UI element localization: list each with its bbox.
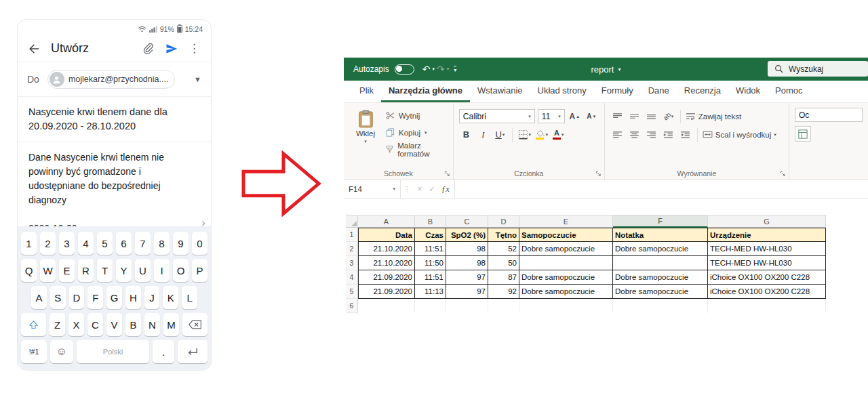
align-middle-button[interactable] [627, 109, 642, 123]
table-cell[interactable]: 87 [488, 270, 519, 285]
key[interactable]: T [97, 259, 113, 282]
table-cell[interactable] [613, 299, 708, 313]
align-bottom-button[interactable] [644, 109, 658, 123]
dialog-launcher-icon[interactable] [444, 171, 450, 177]
recipient-chip[interactable]: mojlekarz@przychodnia.... [47, 70, 175, 89]
wrap-text-label[interactable]: Zawijaj tekst [698, 112, 741, 121]
key[interactable]: G [106, 286, 122, 309]
key[interactable]: 2 [40, 232, 56, 255]
table-cell[interactable]: 52 [488, 242, 519, 256]
key[interactable]: 7 [135, 232, 151, 255]
column-header[interactable]: F [613, 215, 708, 228]
cut-button[interactable]: Wytnij [386, 109, 448, 122]
undo-icon[interactable]: ↶ [422, 64, 431, 74]
key[interactable]: U [135, 259, 151, 282]
ribbon-tab[interactable]: Wstawianie [470, 81, 530, 102]
number-format-icon-button[interactable] [795, 126, 811, 142]
key[interactable]: 4 [78, 232, 94, 255]
attachment-icon[interactable] [142, 42, 155, 55]
subject-field[interactable]: Nasycenie krwi tlenem dane dla 20.09.202… [18, 97, 211, 142]
table-cell[interactable]: 97 [446, 270, 488, 285]
ribbon-tab[interactable]: Dane [641, 81, 677, 102]
ribbon-tab[interactable]: Układ strony [530, 81, 594, 102]
select-all-corner[interactable] [346, 215, 358, 228]
table-cell[interactable]: 98 [446, 256, 488, 270]
column-header[interactable]: D [488, 215, 519, 228]
enter-key[interactable] [178, 340, 208, 363]
column-header[interactable]: G [708, 215, 826, 228]
number-format-combo[interactable]: Oc [795, 108, 863, 122]
column-header[interactable]: E [519, 215, 613, 228]
ribbon-tab[interactable]: Pomoc [768, 81, 810, 102]
table-cell[interactable]: iChoice OX100 OX200 C228 [708, 285, 826, 299]
key[interactable]: 9 [173, 232, 189, 255]
ribbon-tab[interactable]: Plik [352, 81, 381, 102]
dialog-launcher-icon[interactable] [780, 171, 786, 177]
period-key[interactable]: . [153, 340, 174, 363]
grow-font-button[interactable]: A▲ [568, 109, 582, 123]
ribbon-tab[interactable]: Formuły [594, 81, 641, 102]
confirm-icon[interactable]: ✓ [426, 184, 438, 194]
table-cell[interactable]: iChoice OX100 OX200 C228 [708, 270, 826, 285]
key[interactable]: V [106, 313, 122, 336]
borders-button[interactable]: ▾ [517, 127, 532, 142]
key[interactable]: C [87, 313, 103, 336]
table-cell[interactable] [446, 299, 488, 313]
table-cell[interactable]: 50 [488, 256, 519, 270]
ribbon-tab[interactable]: Recenzja [677, 81, 728, 102]
font-color-button[interactable]: A ▾ [551, 127, 566, 142]
table-cell[interactable]: 92 [488, 285, 519, 299]
key[interactable]: 5 [97, 232, 113, 255]
formula-input[interactable] [454, 180, 868, 198]
key[interactable]: A [31, 286, 47, 309]
table-cell[interactable]: 21.10.2020 [358, 242, 415, 256]
key[interactable]: N [144, 313, 160, 336]
decrease-indent-button[interactable] [661, 127, 675, 142]
table-cell[interactable]: 98 [446, 242, 488, 256]
header-cell[interactable]: Samopoczucie [519, 228, 613, 242]
back-arrow-icon[interactable] [27, 42, 41, 56]
key[interactable]: M [163, 313, 179, 336]
key[interactable]: Z [50, 313, 65, 336]
key[interactable]: W [40, 259, 56, 282]
table-cell[interactable]: 11:51 [415, 242, 446, 256]
table-cell[interactable]: 21.10.2020 [358, 256, 415, 270]
key[interactable]: X [68, 313, 84, 336]
italic-button[interactable]: I [476, 127, 490, 142]
merge-center-label[interactable]: Scal i wyśrodkuj [715, 131, 771, 139]
align-center-button[interactable] [627, 127, 642, 142]
table-cell[interactable]: Dobre samopoczucie [613, 270, 708, 285]
align-left-button[interactable] [610, 127, 625, 142]
row-number[interactable]: 3 [346, 256, 358, 270]
table-cell[interactable]: Dobre samopoczucie [519, 270, 613, 285]
table-cell[interactable] [708, 299, 826, 313]
table-cell[interactable] [358, 299, 415, 313]
wrap-text-button[interactable] [686, 109, 696, 123]
shrink-font-button[interactable]: A▼ [585, 109, 599, 123]
header-cell[interactable]: Notatka [613, 228, 708, 242]
customize-toolbar-icon[interactable]: ▾ [454, 66, 456, 73]
key[interactable]: D [69, 286, 85, 309]
document-title[interactable]: report ▾ [591, 64, 621, 75]
row-number[interactable]: 4 [346, 270, 358, 285]
font-size-combo[interactable]: 11 ▾ [538, 109, 565, 123]
column-header[interactable]: A [358, 215, 415, 228]
table-cell[interactable]: Dobre samopoczucie [613, 242, 708, 256]
backspace-key[interactable] [182, 313, 208, 336]
format-painter-button[interactable]: Malarz formatów [386, 143, 448, 156]
table-cell[interactable]: 11:13 [415, 285, 446, 299]
header-cell[interactable]: Tętno [488, 228, 519, 242]
redo-dropdown-icon[interactable]: ▾ [447, 66, 450, 72]
table-cell[interactable]: TECH-MED HW-HL030 [708, 242, 826, 256]
fill-color-button[interactable]: ▾ [534, 127, 549, 142]
drag-handle-icon[interactable]: ⋮ [401, 185, 414, 194]
autosave-toggle[interactable] [395, 64, 414, 75]
table-cell[interactable]: 21.09.2020 [358, 285, 415, 299]
column-header[interactable]: C [446, 215, 488, 228]
header-cell[interactable]: SpO2 (%) [446, 228, 488, 242]
dialog-launcher-icon[interactable] [595, 171, 601, 177]
key[interactable]: B [125, 313, 141, 336]
key[interactable]: K [163, 286, 178, 309]
table-cell[interactable] [415, 299, 446, 313]
key[interactable]: I [154, 259, 170, 282]
